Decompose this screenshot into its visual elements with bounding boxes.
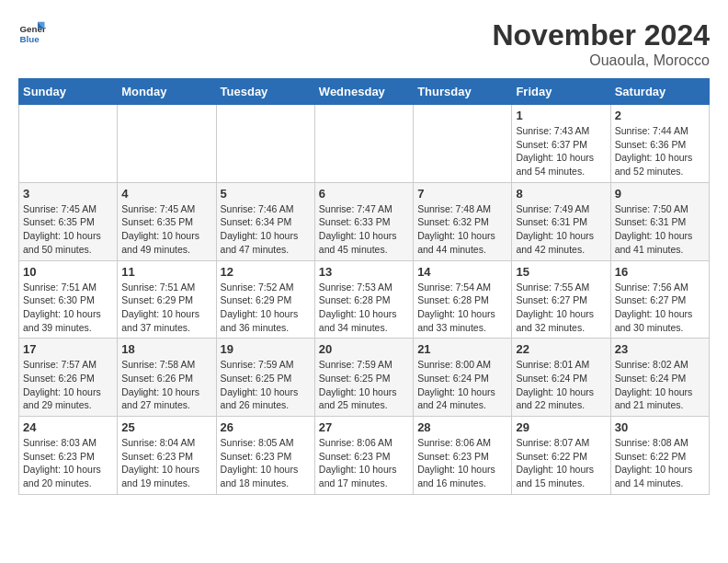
cell-day-number: 6	[319, 187, 409, 201]
cell-day-number: 26	[221, 420, 311, 434]
cell-day-info: Sunrise: 8:03 AMSunset: 6:23 PMDaylight:…	[23, 436, 113, 490]
cell-day-number: 18	[121, 342, 211, 356]
cell-day-info: Sunrise: 7:55 AMSunset: 6:27 PMDaylight:…	[516, 281, 606, 335]
calendar-cell	[118, 105, 216, 183]
cell-day-info: Sunrise: 7:58 AMSunset: 6:26 PMDaylight:…	[121, 358, 211, 412]
cell-day-info: Sunrise: 7:53 AMSunset: 6:28 PMDaylight:…	[319, 281, 409, 335]
cell-day-info: Sunrise: 7:49 AMSunset: 6:31 PMDaylight:…	[516, 202, 606, 257]
calendar-cell: 28Sunrise: 8:06 AMSunset: 6:23 PMDayligh…	[414, 417, 512, 495]
calendar-cell: 13Sunrise: 7:53 AMSunset: 6:28 PMDayligh…	[314, 260, 413, 339]
cell-day-number: 30	[615, 420, 705, 434]
cell-day-info: Sunrise: 7:59 AMSunset: 6:25 PMDaylight:…	[221, 358, 311, 412]
cell-day-number: 14	[417, 265, 507, 279]
cell-day-number: 20	[319, 342, 409, 356]
cell-day-number: 4	[121, 187, 211, 201]
calendar-cell: 24Sunrise: 8:03 AMSunset: 6:23 PMDayligh…	[19, 417, 118, 495]
weekday-header: Friday	[512, 79, 610, 105]
cell-day-number: 21	[417, 342, 507, 356]
calendar-cell: 7Sunrise: 7:48 AMSunset: 6:32 PMDaylight…	[414, 182, 512, 260]
calendar-cell: 21Sunrise: 8:00 AMSunset: 6:24 PMDayligh…	[414, 339, 512, 417]
cell-day-number: 25	[121, 420, 211, 434]
cell-day-info: Sunrise: 7:52 AMSunset: 6:29 PMDaylight:…	[221, 281, 311, 335]
svg-text:Blue: Blue	[20, 34, 40, 44]
cell-day-info: Sunrise: 7:47 AMSunset: 6:33 PMDaylight:…	[319, 202, 409, 257]
cell-day-info: Sunrise: 8:07 AMSunset: 6:22 PMDaylight:…	[516, 436, 606, 490]
cell-day-number: 2	[615, 109, 705, 122]
calendar-cell: 22Sunrise: 8:01 AMSunset: 6:24 PMDayligh…	[512, 339, 610, 417]
cell-day-info: Sunrise: 8:01 AMSunset: 6:24 PMDaylight:…	[516, 358, 606, 412]
calendar-cell: 20Sunrise: 7:59 AMSunset: 6:25 PMDayligh…	[314, 339, 413, 417]
calendar-cell	[19, 105, 118, 183]
cell-day-number: 10	[23, 265, 113, 279]
cell-day-info: Sunrise: 8:00 AMSunset: 6:24 PMDaylight:…	[417, 358, 507, 412]
calendar-cell: 11Sunrise: 7:51 AMSunset: 6:29 PMDayligh…	[118, 260, 216, 339]
calendar-cell: 19Sunrise: 7:59 AMSunset: 6:25 PMDayligh…	[216, 339, 314, 417]
calendar-cell: 8Sunrise: 7:49 AMSunset: 6:31 PMDaylight…	[512, 182, 610, 260]
calendar-cell: 14Sunrise: 7:54 AMSunset: 6:28 PMDayligh…	[414, 260, 512, 339]
cell-day-number: 8	[516, 187, 606, 201]
calendar-cell	[314, 105, 413, 183]
cell-day-number: 23	[615, 342, 705, 356]
calendar-cell: 4Sunrise: 7:45 AMSunset: 6:35 PMDaylight…	[118, 182, 216, 260]
cell-day-info: Sunrise: 7:45 AMSunset: 6:35 PMDaylight:…	[121, 202, 211, 257]
cell-day-number: 29	[516, 420, 606, 434]
cell-day-number: 7	[417, 187, 507, 201]
logo: General Blue	[18, 18, 46, 46]
calendar-cell: 25Sunrise: 8:04 AMSunset: 6:23 PMDayligh…	[118, 417, 216, 495]
calendar-header-row: SundayMondayTuesdayWednesdayThursdayFrid…	[19, 79, 710, 105]
cell-day-number: 24	[23, 420, 113, 434]
cell-day-info: Sunrise: 8:08 AMSunset: 6:22 PMDaylight:…	[615, 436, 705, 490]
cell-day-info: Sunrise: 8:02 AMSunset: 6:24 PMDaylight:…	[615, 358, 705, 412]
calendar-cell: 10Sunrise: 7:51 AMSunset: 6:30 PMDayligh…	[19, 260, 118, 339]
cell-day-number: 27	[319, 420, 409, 434]
calendar-week-row: 1Sunrise: 7:43 AMSunset: 6:37 PMDaylight…	[19, 105, 710, 183]
calendar-cell: 5Sunrise: 7:46 AMSunset: 6:34 PMDaylight…	[216, 182, 314, 260]
cell-day-number: 19	[221, 342, 311, 356]
calendar-week-row: 17Sunrise: 7:57 AMSunset: 6:26 PMDayligh…	[19, 339, 710, 417]
weekday-header: Wednesday	[314, 79, 413, 105]
cell-day-info: Sunrise: 8:06 AMSunset: 6:23 PMDaylight:…	[417, 436, 507, 490]
title-block: November 2024 Ouaoula, Morocco	[492, 18, 710, 69]
weekday-header: Saturday	[610, 79, 709, 105]
cell-day-number: 22	[516, 342, 606, 356]
calendar-cell: 30Sunrise: 8:08 AMSunset: 6:22 PMDayligh…	[610, 417, 709, 495]
cell-day-info: Sunrise: 7:48 AMSunset: 6:32 PMDaylight:…	[417, 202, 507, 257]
weekday-header: Sunday	[19, 79, 118, 105]
cell-day-number: 17	[23, 342, 113, 356]
calendar-week-row: 24Sunrise: 8:03 AMSunset: 6:23 PMDayligh…	[19, 417, 710, 495]
cell-day-info: Sunrise: 7:57 AMSunset: 6:26 PMDaylight:…	[23, 358, 113, 412]
cell-day-info: Sunrise: 8:06 AMSunset: 6:23 PMDaylight:…	[319, 436, 409, 490]
cell-day-number: 16	[615, 265, 705, 279]
calendar-week-row: 3Sunrise: 7:45 AMSunset: 6:35 PMDaylight…	[19, 182, 710, 260]
cell-day-info: Sunrise: 7:59 AMSunset: 6:25 PMDaylight:…	[319, 358, 409, 412]
calendar-cell: 17Sunrise: 7:57 AMSunset: 6:26 PMDayligh…	[19, 339, 118, 417]
month-title: November 2024	[492, 18, 710, 52]
cell-day-number: 15	[516, 265, 606, 279]
calendar-table: SundayMondayTuesdayWednesdayThursdayFrid…	[18, 78, 710, 495]
calendar-cell: 1Sunrise: 7:43 AMSunset: 6:37 PMDaylight…	[512, 105, 610, 183]
calendar-cell: 3Sunrise: 7:45 AMSunset: 6:35 PMDaylight…	[19, 182, 118, 260]
cell-day-info: Sunrise: 7:51 AMSunset: 6:30 PMDaylight:…	[23, 281, 113, 335]
calendar-cell: 15Sunrise: 7:55 AMSunset: 6:27 PMDayligh…	[512, 260, 610, 339]
cell-day-info: Sunrise: 7:46 AMSunset: 6:34 PMDaylight:…	[221, 202, 311, 257]
cell-day-info: Sunrise: 7:54 AMSunset: 6:28 PMDaylight:…	[417, 281, 507, 335]
location: Ouaoula, Morocco	[492, 52, 710, 69]
cell-day-info: Sunrise: 7:44 AMSunset: 6:36 PMDaylight:…	[615, 124, 705, 178]
cell-day-info: Sunrise: 7:43 AMSunset: 6:37 PMDaylight:…	[516, 124, 606, 178]
cell-day-number: 3	[23, 187, 113, 201]
cell-day-info: Sunrise: 7:50 AMSunset: 6:31 PMDaylight:…	[615, 202, 705, 257]
weekday-header: Thursday	[414, 79, 512, 105]
cell-day-number: 1	[516, 109, 606, 122]
cell-day-number: 28	[417, 420, 507, 434]
calendar-cell: 26Sunrise: 8:05 AMSunset: 6:23 PMDayligh…	[216, 417, 314, 495]
logo-icon: General Blue	[18, 18, 46, 46]
cell-day-number: 13	[319, 265, 409, 279]
calendar-cell: 16Sunrise: 7:56 AMSunset: 6:27 PMDayligh…	[610, 260, 709, 339]
cell-day-number: 11	[121, 265, 211, 279]
cell-day-info: Sunrise: 7:56 AMSunset: 6:27 PMDaylight:…	[615, 281, 705, 335]
calendar-cell: 6Sunrise: 7:47 AMSunset: 6:33 PMDaylight…	[314, 182, 413, 260]
calendar-cell: 18Sunrise: 7:58 AMSunset: 6:26 PMDayligh…	[118, 339, 216, 417]
calendar-cell: 23Sunrise: 8:02 AMSunset: 6:24 PMDayligh…	[610, 339, 709, 417]
cell-day-info: Sunrise: 8:05 AMSunset: 6:23 PMDaylight:…	[221, 436, 311, 490]
calendar-cell: 29Sunrise: 8:07 AMSunset: 6:22 PMDayligh…	[512, 417, 610, 495]
